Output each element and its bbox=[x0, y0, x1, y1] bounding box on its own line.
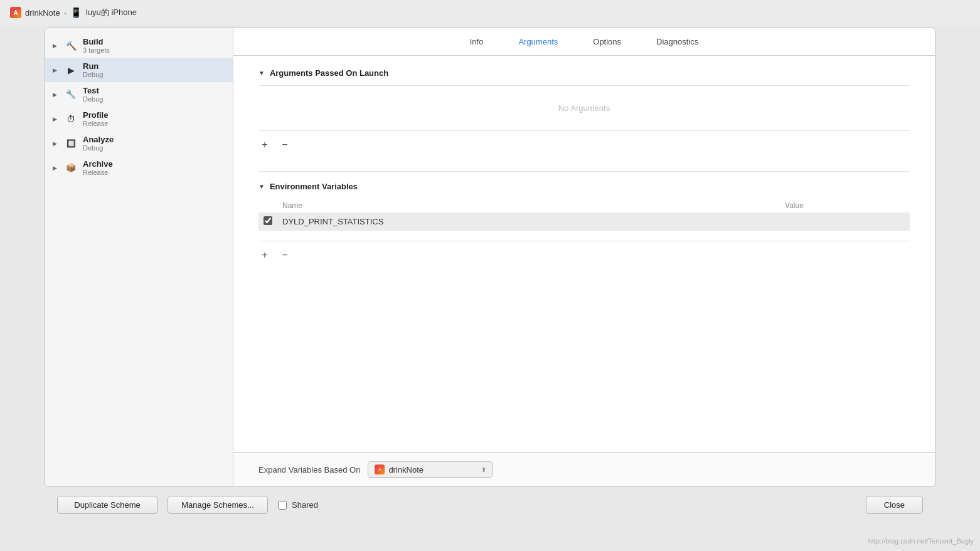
env-add-button[interactable]: + bbox=[258, 249, 271, 261]
tab-info[interactable]: Info bbox=[467, 36, 486, 48]
expand-app-name: drinkNote bbox=[388, 465, 477, 475]
shared-row: Shared bbox=[278, 500, 318, 510]
sidebar-item-profile[interactable]: ▶ Profile Release bbox=[45, 107, 233, 131]
env-title: Environment Variables bbox=[270, 182, 358, 191]
sidebar: ▶ Build 3 targets ▶ Run Debug ▶ bbox=[45, 28, 233, 486]
expand-app-icon: A bbox=[375, 464, 385, 475]
content-body: ▼ Arguments Passed On Launch No Argument… bbox=[233, 56, 935, 452]
env-row-name: DYLD_PRINT_STATISTICS bbox=[277, 213, 780, 231]
arguments-section: ▼ Arguments Passed On Launch No Argument… bbox=[258, 68, 910, 154]
close-button[interactable]: Close bbox=[866, 496, 923, 514]
no-args-label: No Arguments bbox=[258, 91, 910, 125]
env-triangle: ▼ bbox=[258, 183, 265, 190]
dialog-inner: ▶ Build 3 targets ▶ Run Debug ▶ bbox=[45, 28, 935, 487]
tab-options[interactable]: Options bbox=[590, 36, 624, 48]
app-icon: A bbox=[10, 7, 21, 18]
profile-arrow: ▶ bbox=[53, 116, 59, 122]
build-arrow: ▶ bbox=[53, 43, 59, 49]
sidebar-item-run[interactable]: ▶ Run Debug bbox=[45, 58, 233, 82]
build-label: Build bbox=[83, 37, 110, 46]
run-sub: Debug bbox=[83, 71, 103, 78]
breadcrumb-device-name: luyu的 iPhone bbox=[86, 7, 137, 18]
sidebar-item-analyze[interactable]: ▶ Analyze Debug bbox=[45, 131, 233, 155]
env-col-name: Name bbox=[277, 199, 780, 213]
run-label: Run bbox=[83, 61, 103, 71]
arguments-remove-button[interactable]: − bbox=[279, 139, 291, 151]
sidebar-item-build[interactable]: ▶ Build 3 targets bbox=[45, 33, 233, 58]
env-table: Name Value DYLD_PRINT_STATISTICS bbox=[258, 199, 910, 231]
env-section: ▼ Environment Variables Name Value bbox=[258, 182, 910, 264]
test-icon bbox=[64, 88, 78, 102]
env-divider-bottom bbox=[258, 241, 910, 241]
archive-label: Archive bbox=[83, 159, 113, 169]
analyze-arrow: ▶ bbox=[53, 140, 59, 147]
test-label: Test bbox=[83, 86, 103, 95]
tab-arguments[interactable]: Arguments bbox=[516, 36, 560, 48]
analyze-sub: Debug bbox=[83, 144, 114, 152]
build-icon bbox=[64, 39, 78, 53]
tab-bar: Info Arguments Options Diagnostics bbox=[233, 28, 935, 56]
sidebar-item-archive[interactable]: ▶ Archive Release bbox=[45, 155, 233, 180]
env-row-checkbox[interactable] bbox=[264, 216, 272, 225]
profile-icon bbox=[64, 112, 78, 126]
expand-label: Expand Variables Based On bbox=[258, 465, 360, 475]
env-add-remove: + − bbox=[258, 246, 910, 264]
archive-sub: Release bbox=[83, 169, 113, 176]
profile-label: Profile bbox=[83, 110, 108, 120]
arguments-title: Arguments Passed On Launch bbox=[270, 68, 388, 78]
arguments-divider bbox=[258, 85, 910, 86]
test-arrow: ▶ bbox=[53, 92, 59, 98]
action-bar: Duplicate Scheme Manage Schemes... Share… bbox=[45, 487, 935, 523]
watermark: http://blog.csdn.net/Tencent_Bugly bbox=[868, 537, 974, 545]
analyze-icon bbox=[64, 137, 78, 150]
shared-checkbox[interactable] bbox=[278, 501, 287, 510]
build-sub: 3 targets bbox=[83, 46, 110, 54]
device-icon: 📱 bbox=[70, 7, 82, 18]
env-col-value: Value bbox=[780, 199, 910, 213]
manage-schemes-button[interactable]: Manage Schemes... bbox=[168, 496, 268, 514]
run-icon bbox=[64, 63, 78, 77]
expand-select-chevron: ⬍ bbox=[481, 466, 486, 473]
sidebar-item-test[interactable]: ▶ Test Debug bbox=[45, 82, 233, 107]
main-divider bbox=[258, 171, 910, 172]
tab-diagnostics[interactable]: Diagnostics bbox=[654, 36, 701, 48]
main-dialog: ▶ Build 3 targets ▶ Run Debug ▶ bbox=[45, 28, 935, 523]
breadcrumb-separator: › bbox=[64, 8, 67, 18]
expand-bar: Expand Variables Based On A drinkNote ⬍ bbox=[233, 452, 935, 486]
shared-label: Shared bbox=[292, 500, 318, 510]
table-row: DYLD_PRINT_STATISTICS bbox=[258, 213, 910, 231]
arguments-triangle: ▼ bbox=[258, 70, 265, 76]
breadcrumb-bar: A drinkNote › 📱 luyu的 iPhone bbox=[0, 0, 980, 25]
expand-select-dropdown[interactable]: A drinkNote ⬍ bbox=[368, 461, 493, 478]
content-area: Info Arguments Options Diagnostics ▼ Arg… bbox=[233, 28, 935, 486]
archive-icon bbox=[64, 161, 78, 175]
profile-sub: Release bbox=[83, 120, 108, 127]
breadcrumb-app-name: drinkNote bbox=[25, 8, 60, 18]
duplicate-scheme-button[interactable]: Duplicate Scheme bbox=[57, 496, 157, 514]
env-col-checkbox bbox=[258, 199, 277, 213]
analyze-label: Analyze bbox=[83, 135, 114, 144]
run-arrow: ▶ bbox=[53, 67, 59, 73]
arguments-add-button[interactable]: + bbox=[258, 139, 271, 151]
test-sub: Debug bbox=[83, 95, 103, 103]
env-remove-button[interactable]: − bbox=[279, 249, 291, 261]
env-row-value bbox=[780, 213, 910, 231]
arguments-add-remove: + − bbox=[258, 136, 910, 154]
arguments-divider-bottom bbox=[258, 130, 910, 131]
archive-arrow: ▶ bbox=[53, 165, 59, 171]
